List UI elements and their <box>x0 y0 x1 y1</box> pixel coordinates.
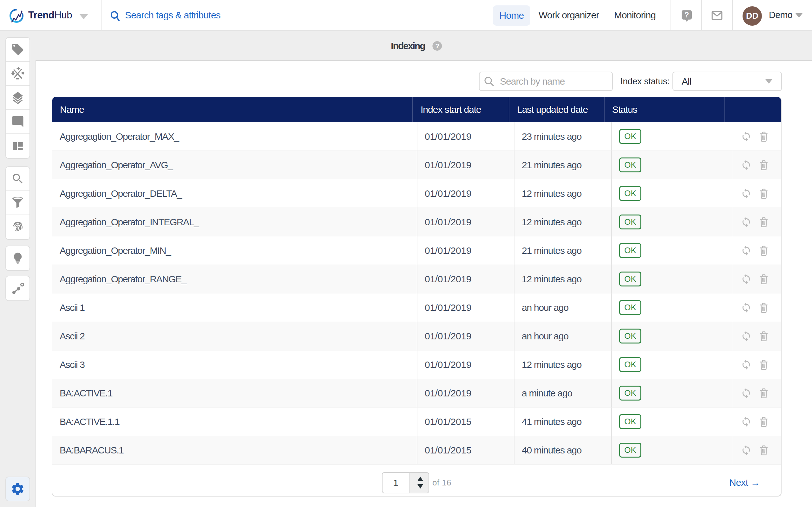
svg-text:?: ? <box>684 11 689 19</box>
